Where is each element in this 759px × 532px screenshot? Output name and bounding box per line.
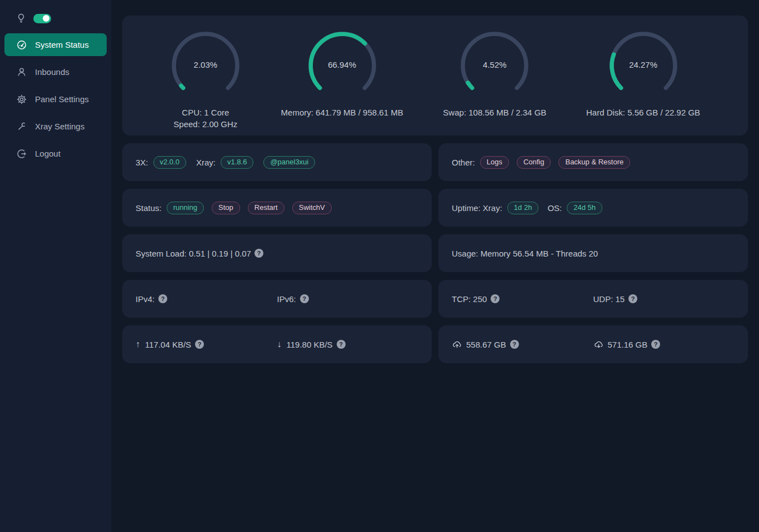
- memory-gauge-label: Memory: 641.79 MB / 958.61 MB: [281, 107, 403, 118]
- sidebar: System Status Inbounds Panel Settings: [0, 0, 111, 532]
- sidebar-item-label: System Status: [35, 40, 89, 49]
- gear-icon: [17, 94, 27, 104]
- ipv4-label: IPv4:: [136, 294, 154, 304]
- uptime-xray-label: Uptime: Xray:: [452, 203, 502, 213]
- sidebar-item-logout[interactable]: Logout: [4, 142, 107, 165]
- disk-gauge-percent: 24.27%: [608, 60, 679, 69]
- sidebar-item-label: Xray Settings: [35, 122, 84, 131]
- logout-icon: [17, 149, 27, 159]
- os-uptime-badge: 24d 5h: [567, 202, 602, 214]
- cloud-upload-icon: [452, 340, 462, 349]
- sidebar-item-inbounds[interactable]: Inbounds: [4, 61, 107, 83]
- usage-card: Usage: Memory 56.54 MB - Threads 20: [438, 234, 748, 272]
- dashboard-icon: [17, 40, 27, 50]
- backup-restore-button[interactable]: Backup & Restore: [558, 156, 630, 169]
- status-label: Status:: [136, 203, 162, 213]
- sidebar-item-xray-settings[interactable]: Xray Settings: [4, 115, 107, 138]
- upload-speed-help-icon[interactable]: ?: [195, 340, 204, 349]
- other-label: Other:: [452, 158, 475, 167]
- main-content: 2.03% CPU: 1 Core Speed: 2.00 GHz 66.94%…: [111, 0, 759, 532]
- usage-text: Usage: Memory 56.54 MB - Threads 20: [452, 249, 598, 258]
- system-gauges-card: 2.03% CPU: 1 Core Speed: 2.00 GHz 66.94%…: [122, 16, 748, 135]
- ipv6-label: IPv6:: [277, 294, 296, 304]
- config-button[interactable]: Config: [517, 156, 551, 169]
- ipv6-help-icon[interactable]: ?: [300, 294, 309, 303]
- sidebar-item-label: Panel Settings: [35, 94, 89, 104]
- xray-version-badge[interactable]: v1.8.6: [221, 156, 253, 169]
- udp-count-text: UDP: 15: [593, 294, 625, 304]
- version-card: 3X: v2.0.0 Xray: v1.8.6 @panel3xui: [122, 143, 432, 181]
- speed-card: ↑ 117.04 KB/S ? ↓ 119.80 KB/S ?: [122, 325, 432, 363]
- cpu-gauge-percent: 2.03%: [170, 60, 241, 69]
- total-download-text: 571.16 GB: [608, 340, 648, 349]
- system-load-card: System Load: 0.51 | 0.19 | 0.07 ?: [122, 234, 432, 272]
- xray-status-card: Status: running Stop Restart SwitchV: [122, 189, 432, 227]
- user-icon: [17, 67, 27, 77]
- 3x-version-badge[interactable]: v2.0.0: [153, 156, 186, 169]
- 3x-label: 3X:: [136, 158, 148, 167]
- stop-button[interactable]: Stop: [212, 202, 240, 214]
- xray-label: Xray:: [196, 158, 216, 167]
- sidebar-item-label: Logout: [35, 149, 61, 158]
- memory-gauge-percent: 66.94%: [307, 60, 378, 69]
- udp-help-icon[interactable]: ?: [628, 294, 637, 303]
- total-upload-text: 558.67 GB: [466, 340, 506, 349]
- swap-gauge-label: Swap: 108.56 MB / 2.34 GB: [443, 107, 546, 118]
- logs-button[interactable]: Logs: [480, 156, 509, 169]
- wrench-icon: [17, 122, 27, 132]
- disk-gauge: 24.27% Hard Disk: 5.56 GB / 22.92 GB: [586, 30, 700, 118]
- cloud-download-icon: [593, 340, 604, 349]
- uptime-card: Uptime: Xray: 1d 2h OS: 24d 5h: [438, 189, 748, 227]
- other-card: Other: Logs Config Backup & Restore: [438, 143, 748, 181]
- sidebar-item-system-status[interactable]: System Status: [4, 33, 107, 56]
- swap-gauge-percent: 4.52%: [459, 60, 530, 69]
- system-load-text: System Load: 0.51 | 0.19 | 0.07: [136, 249, 251, 258]
- ipv4-help-icon[interactable]: ?: [158, 294, 167, 303]
- uptime-os-label: OS:: [547, 203, 562, 213]
- tcp-help-icon[interactable]: ?: [491, 294, 500, 303]
- xray-uptime-badge: 1d 2h: [507, 202, 539, 214]
- sidebar-menu: System Status Inbounds Panel Settings: [0, 31, 111, 167]
- cpu-gauge: 2.03% CPU: 1 Core Speed: 2.00 GHz: [170, 30, 241, 130]
- sidebar-item-label: Inbounds: [35, 67, 69, 77]
- download-speed-text: 119.80 KB/S: [287, 340, 333, 349]
- switch-version-button[interactable]: SwitchV: [292, 202, 332, 214]
- telegram-badge[interactable]: @panel3xui: [263, 156, 315, 169]
- connections-card: TCP: 250 ? UDP: 15 ?: [438, 280, 748, 318]
- swap-gauge: 4.52% Swap: 108.56 MB / 2.34 GB: [443, 30, 546, 118]
- memory-gauge: 66.94% Memory: 641.79 MB / 958.61 MB: [281, 30, 403, 118]
- traffic-total-card: 558.67 GB ? 571.16 GB ?: [438, 325, 748, 363]
- upload-speed-text: 117.04 KB/S: [145, 340, 191, 349]
- download-speed-help-icon[interactable]: ?: [337, 340, 346, 349]
- cpu-gauge-label: CPU: 1 Core Speed: 2.00 GHz: [173, 107, 237, 130]
- total-download-help-icon[interactable]: ?: [651, 340, 660, 349]
- lightbulb-icon: [17, 13, 26, 23]
- disk-gauge-label: Hard Disk: 5.56 GB / 22.92 GB: [586, 107, 700, 118]
- upload-arrow-icon: ↑: [136, 339, 140, 349]
- system-load-help-icon[interactable]: ?: [254, 249, 263, 258]
- sidebar-item-panel-settings[interactable]: Panel Settings: [4, 88, 107, 111]
- ip-card: IPv4: ? IPv6: ?: [122, 280, 432, 318]
- total-upload-help-icon[interactable]: ?: [510, 340, 519, 349]
- theme-switch[interactable]: [33, 14, 51, 23]
- tcp-count-text: TCP: 250: [452, 294, 487, 304]
- download-arrow-icon: ↓: [277, 339, 282, 349]
- restart-button[interactable]: Restart: [248, 202, 284, 214]
- theme-toggle-row: [0, 10, 111, 31]
- theme-switch-knob: [43, 15, 49, 22]
- status-badge: running: [167, 202, 204, 214]
